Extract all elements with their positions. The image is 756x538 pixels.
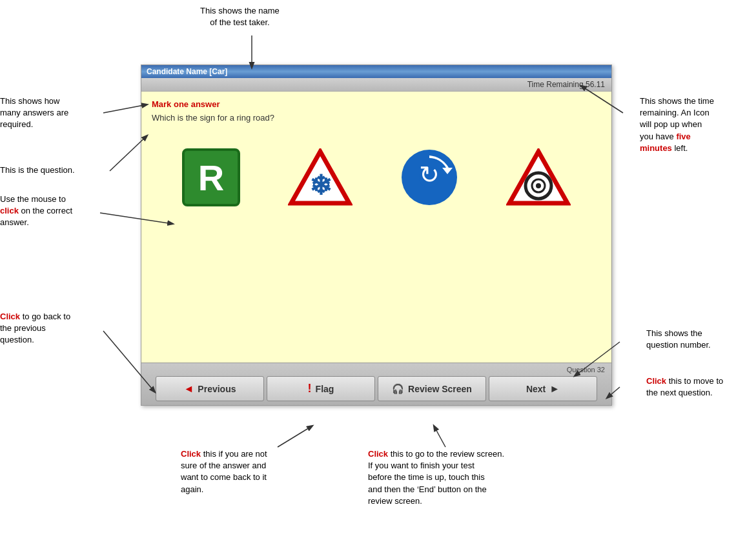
sign-roundabout-svg: ↻ — [400, 148, 458, 206]
annotation-review: Click this to go to the review screen. I… — [368, 448, 575, 507]
sign-option-3[interactable]: ↻ — [400, 148, 458, 206]
title-bar: Candidate Name [Car] — [141, 65, 611, 78]
next-label: Next — [526, 384, 546, 394]
previous-button[interactable]: ◄ Previous — [156, 376, 264, 401]
next-button[interactable]: Next ► — [489, 376, 597, 401]
timer-bar: Time Remaining 56.11 — [141, 78, 611, 92]
sign-option-4[interactable] — [506, 148, 571, 206]
svg-text:↻: ↻ — [419, 161, 440, 188]
sign-option-2[interactable]: ❄ — [288, 148, 352, 206]
question-text: Which is the sign for a ring road? — [152, 113, 601, 123]
timer-label: Time Remaining 56.11 — [527, 80, 605, 89]
question-number: Question 32 — [145, 366, 608, 374]
svg-marker-6 — [509, 152, 567, 203]
previous-label: Previous — [198, 384, 236, 394]
annotation-test-taker: This shows the name of the test taker. — [200, 5, 280, 28]
arrow-left-icon: ◄ — [184, 383, 194, 395]
question-area: Mark one answer Which is the sign for a … — [141, 92, 611, 363]
sign-triangle-ring-svg — [506, 148, 571, 206]
annotation-click-next: Click this to move to the next question. — [646, 375, 756, 399]
annotation-click-back: Click to go back to the previous questio… — [0, 311, 70, 346]
nav-bar: Question 32 ◄ Previous ! Flag 🎧 Review S… — [141, 363, 611, 405]
review-button[interactable]: 🎧 Review Screen — [378, 376, 486, 401]
mark-answer-label: Mark one answer — [152, 99, 601, 109]
annotation-flag: Click this if you are not sure of the an… — [181, 448, 323, 495]
window-title: Candidate Name [Car] — [147, 67, 227, 76]
flag-button[interactable]: ! Flag — [267, 376, 375, 401]
annotation-time-remaining: This shows the time remaining. An Icon w… — [640, 95, 756, 154]
sign-r-icon: R — [182, 148, 240, 206]
annotation-mouse-click: Use the mouse to click on the correct an… — [0, 194, 72, 229]
annotation-question: This is the question. — [0, 164, 75, 176]
svg-line-18 — [278, 426, 312, 447]
svg-text:❄: ❄ — [309, 170, 332, 201]
test-window: Candidate Name [Car] Time Remaining 56.1… — [141, 65, 612, 406]
nav-buttons: ◄ Previous ! Flag 🎧 Review Screen Next ► — [145, 376, 608, 401]
svg-point-9 — [536, 183, 541, 188]
flag-icon: ! — [308, 382, 312, 395]
review-icon: 🎧 — [392, 383, 404, 395]
arrow-right-icon: ► — [549, 383, 560, 395]
sign-triangle-snow-svg: ❄ — [288, 148, 352, 206]
sign-option-1[interactable]: R — [182, 148, 240, 206]
flag-label: Flag — [316, 384, 334, 394]
signs-container: R ❄ — [152, 135, 601, 219]
annotation-many-answers: This shows how many answers are required… — [0, 95, 68, 131]
review-label: Review Screen — [408, 384, 472, 394]
annotation-question-number: This shows the question number. — [646, 328, 756, 351]
svg-line-19 — [434, 426, 445, 447]
